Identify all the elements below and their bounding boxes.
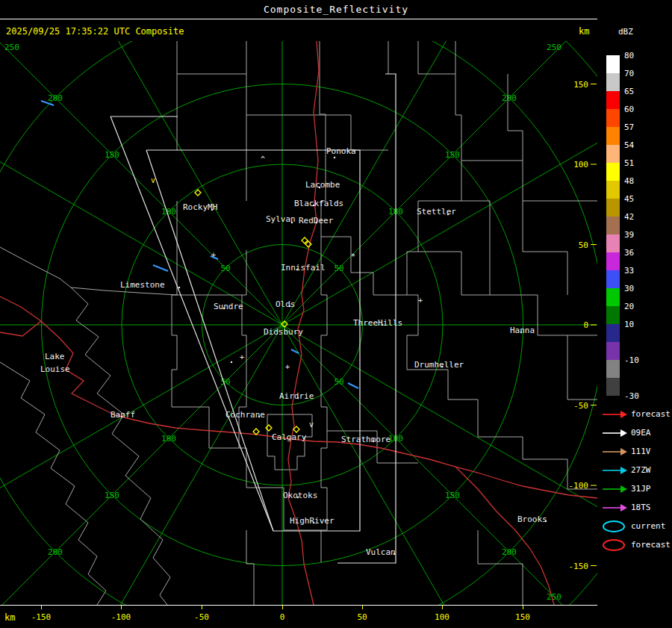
legend-item: forecast: [597, 405, 672, 423]
radar-map-canvas: 5010015020025050100150200250501001502005…: [0, 41, 597, 605]
map-marker-glyph: +: [240, 353, 244, 361]
colorbar-cell: [606, 109, 620, 127]
city-label: Banff: [111, 410, 135, 420]
colorbar-cell: [606, 270, 620, 288]
city-label: Olds: [276, 299, 296, 309]
radar-coverage-outline: [111, 116, 273, 531]
right-axis-unit-label: km: [579, 26, 589, 37]
county-boundary-line: [490, 295, 597, 335]
31JP-arrow-icon: [602, 482, 627, 496]
radar-app-window: { "window": { "title": "Composite_Reflec…: [0, 0, 672, 628]
colorbar-label: 54: [624, 140, 634, 150]
map-legend: forecast09EA111V27ZW31JP18TScurrentforec…: [597, 405, 672, 554]
colorbar-label: 36: [624, 248, 634, 258]
city-label: Okotoks: [283, 491, 317, 500]
map-marker-glyph: +: [285, 363, 290, 371]
colorbar-label: 42: [624, 212, 634, 222]
ring-distance-label: 200: [48, 547, 63, 557]
city-label: Louise: [40, 364, 70, 374]
storm-marker-diamond-icon: [293, 426, 299, 432]
legend-item: 09EA: [597, 423, 672, 442]
river-segment: [348, 383, 358, 388]
colorbar-label: 80: [624, 51, 634, 60]
city-label: Sylvan: [266, 214, 296, 224]
ring-distance-label: 200: [502, 547, 517, 557]
city-label: Innisfail: [281, 263, 326, 273]
colorbar-cell: [606, 127, 620, 145]
colorbar-label: -30: [624, 391, 639, 401]
ring-distance-label: 250: [547, 43, 561, 52]
city-label: Cochrane: [225, 410, 265, 420]
county-boundary-line: [418, 161, 461, 252]
town-dot: [231, 361, 232, 363]
city-label: RedDeer: [299, 216, 334, 226]
highway-line: [291, 439, 597, 498]
city-label: Lacombe: [305, 180, 340, 190]
bottom-axis-tick-label: -50: [194, 612, 209, 622]
colorbar-cell: [606, 181, 620, 199]
city-label: Blackfalds: [294, 199, 343, 208]
city-label: Airdrie: [279, 391, 314, 401]
18TS-arrow-icon: [602, 501, 627, 514]
ring-distance-label: 150: [445, 150, 460, 160]
county-boundary-line: [478, 530, 523, 605]
legend-item-label: forecast: [631, 409, 671, 419]
ring-distance-label: 50: [220, 264, 230, 273]
bottom-axis-tick: [41, 606, 42, 609]
colorbar-label: 70: [624, 69, 634, 78]
city-label: Drumheller: [414, 360, 464, 370]
colorbar-label: 65: [624, 87, 634, 96]
colorbar-cell: [606, 342, 620, 360]
bottom-axis-tick-label: -100: [111, 612, 131, 622]
colorbar-label: 39: [624, 230, 634, 240]
bottom-axis-tick-label: -150: [31, 612, 52, 622]
county-boundary-line: [0, 247, 71, 287]
legend-item-label: forecast: [631, 540, 671, 550]
city-label: Lake: [45, 352, 65, 361]
map-marker-glyph: +: [418, 296, 423, 305]
county-boundary-line: [320, 41, 326, 201]
legend-item: current: [597, 517, 672, 535]
highway-line: [0, 321, 41, 336]
bottom-axis-tick: [282, 606, 283, 609]
legend-item-label: 09EA: [631, 428, 651, 438]
county-boundary-line: [267, 414, 312, 470]
colorbar-cell: [606, 306, 620, 324]
right-axis-tick-label: -150: [569, 562, 589, 571]
colorbar-cell: [606, 145, 620, 163]
colorbar-cell: [606, 360, 620, 378]
county-boundary-line: [239, 370, 246, 488]
forecast-arrow-icon: [602, 408, 627, 421]
window-titlebar[interactable]: Composite_Reflectivity: [0, 0, 672, 19]
city-label: Limestone: [120, 280, 165, 290]
legend-item: 27ZW: [597, 461, 672, 479]
bottom-axis-tick: [442, 606, 443, 609]
27ZW-arrow-icon: [602, 464, 627, 477]
111V-arrow-icon: [602, 445, 627, 458]
bottom-axis-tick: [121, 606, 122, 609]
current-ellipse-icon: [602, 520, 627, 533]
river-segment: [153, 265, 168, 271]
colorbar-cell: [606, 217, 620, 234]
ring-distance-label: 100: [161, 207, 176, 217]
bottom-axis-tick: [362, 606, 363, 609]
colorbar-cell: [606, 252, 620, 270]
highway-line: [455, 467, 554, 605]
colorbar-label: -10: [624, 355, 639, 365]
right-axis-tick-label: 150: [573, 80, 588, 90]
legend-item-label: 18TS: [631, 503, 651, 512]
legend-item-label: 31JP: [631, 484, 651, 494]
colorbar-cell: [606, 234, 620, 252]
colorbar-label: 20: [624, 302, 634, 311]
ring-distance-label: 50: [334, 377, 343, 387]
colorbar-cell: [606, 55, 620, 73]
legend-item-label: 27ZW: [631, 465, 651, 475]
county-boundary-line: [418, 252, 490, 295]
map-header: 2025/09/25 17:35:22 UTC Composite km: [0, 19, 597, 41]
bottom-axis-tick-label: 100: [435, 612, 449, 622]
09EA-arrow-icon: [602, 426, 627, 440]
ring-distance-label: 200: [502, 93, 517, 103]
right-axis-tick-label: 50: [579, 240, 588, 250]
map-marker-glyph: v: [309, 420, 314, 429]
city-label: HighRiver: [290, 516, 335, 526]
